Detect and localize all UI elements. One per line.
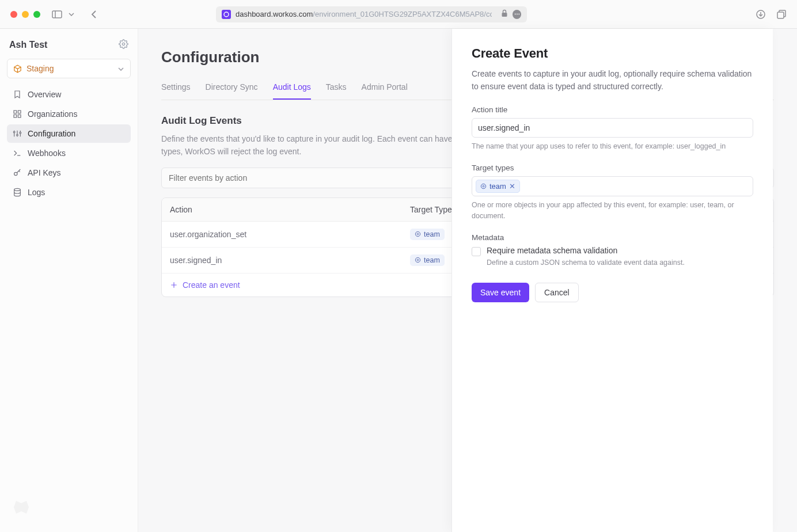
tab-audit-logs[interactable]: Audit Logs — [273, 79, 311, 100]
tab-tasks[interactable]: Tasks — [326, 79, 347, 100]
address-bar[interactable]: dashboard.workos.com/environment_01G0HTS… — [216, 6, 527, 22]
bookmark-icon — [13, 90, 22, 99]
nav-overview[interactable]: Overview — [7, 85, 131, 104]
svg-point-18 — [20, 132, 21, 134]
metadata-label: Metadata — [472, 233, 753, 242]
tab-admin-portal[interactable]: Admin Portal — [362, 79, 408, 100]
remove-chip-icon[interactable]: ✕ — [509, 182, 515, 191]
create-event-label: Create an event — [183, 280, 240, 290]
cell-action: user.signed_in — [170, 256, 410, 265]
save-button[interactable]: Save event — [472, 283, 529, 302]
environment-selector[interactable]: Staging — [7, 59, 131, 78]
svg-rect-11 — [14, 115, 17, 117]
nav-label: Webhooks — [28, 149, 66, 158]
chevron-down-icon — [117, 64, 124, 73]
target-icon — [415, 231, 421, 237]
svg-rect-9 — [14, 111, 17, 113]
cube-icon — [13, 64, 22, 73]
nav-label: Logs — [28, 188, 45, 197]
action-title-label: Action title — [472, 105, 753, 114]
minimize-window-button[interactable] — [22, 11, 29, 18]
grid-icon — [13, 109, 22, 119]
create-event-panel: Create Event Create events to capture in… — [451, 29, 773, 532]
nav-label: Overview — [28, 90, 61, 99]
cell-action: user.organization_set — [170, 230, 410, 239]
target-tag: team — [410, 229, 445, 240]
svg-rect-10 — [18, 111, 21, 113]
lock-icon — [501, 9, 508, 19]
svg-point-17 — [17, 134, 18, 136]
downloads-icon[interactable] — [756, 9, 766, 20]
tab-directory-sync[interactable]: Directory Sync — [206, 79, 258, 100]
cancel-button[interactable]: Cancel — [535, 283, 579, 302]
nav-label: Configuration — [28, 129, 75, 138]
svg-point-20 — [14, 172, 17, 175]
workos-logo — [12, 497, 31, 517]
target-icon — [415, 257, 421, 263]
target-types-input[interactable]: team ✕ — [472, 176, 753, 196]
svg-rect-6 — [777, 12, 784, 18]
metadata-checkbox-label: Require metadata schema validation — [487, 246, 617, 255]
nav-api-keys[interactable]: API Keys — [7, 164, 131, 182]
action-title-help: The name that your app uses to refer to … — [472, 141, 753, 152]
browser-chrome: dashboard.workos.com/environment_01G0HTS… — [0, 0, 797, 29]
th-action: Action — [170, 205, 410, 214]
nav-label: Organizations — [28, 109, 77, 119]
metadata-checkbox-help: Define a custom JSON schema to validate … — [487, 259, 753, 267]
svg-point-24 — [415, 258, 420, 263]
target-tag: team — [410, 254, 445, 266]
svg-rect-12 — [18, 115, 21, 117]
metadata-checkbox[interactable] — [472, 247, 481, 256]
plus-icon — [170, 281, 178, 289]
back-button[interactable] — [89, 9, 99, 20]
close-window-button[interactable] — [10, 11, 17, 18]
tab-settings[interactable]: Settings — [161, 79, 191, 100]
target-types-label: Target types — [472, 164, 753, 172]
page-actions-icon[interactable]: ⋯ — [513, 10, 522, 19]
svg-rect-0 — [52, 11, 62, 18]
url-domain: dashboard.workos.com — [236, 10, 313, 18]
svg-point-25 — [417, 259, 419, 261]
workspace-name: Ash Test — [9, 40, 47, 50]
action-title-input[interactable] — [472, 118, 753, 138]
nav-webhooks[interactable]: Webhooks — [7, 144, 131, 162]
nav-organizations[interactable]: Organizations — [7, 105, 131, 123]
panel-desc: Create events to capture in your audit l… — [472, 68, 753, 93]
database-icon — [13, 188, 22, 197]
chevron-down-icon[interactable] — [68, 9, 75, 20]
terminal-icon — [13, 149, 22, 158]
sliders-icon — [13, 129, 22, 138]
svg-point-29 — [483, 185, 484, 187]
nav-logs[interactable]: Logs — [7, 183, 131, 202]
svg-point-21 — [14, 188, 21, 191]
target-chip: team ✕ — [476, 180, 520, 193]
svg-point-7 — [122, 43, 124, 45]
environment-label: Staging — [26, 64, 54, 73]
nav-configuration[interactable]: Configuration — [7, 124, 131, 143]
svg-point-23 — [417, 233, 419, 235]
url-path: /environment_01G0HTSG29ZP5AXTZX4C6M5AP8/… — [313, 10, 491, 18]
sidebar: Ash Test Staging Overview Organizations — [0, 29, 138, 532]
site-favicon — [222, 10, 231, 19]
tabs-icon[interactable] — [776, 9, 787, 20]
svg-point-22 — [415, 232, 420, 237]
svg-point-2 — [224, 12, 229, 17]
window-controls — [10, 11, 40, 18]
target-icon — [480, 183, 487, 189]
gear-icon[interactable] — [119, 39, 128, 51]
key-icon — [13, 168, 22, 177]
nav-label: API Keys — [28, 168, 61, 177]
panel-title: Create Event — [472, 46, 753, 61]
svg-point-28 — [481, 184, 485, 189]
svg-point-16 — [13, 131, 15, 133]
maximize-window-button[interactable] — [33, 11, 40, 18]
svg-rect-3 — [502, 13, 507, 17]
sidebar-toggle-icon[interactable] — [52, 9, 62, 20]
target-types-help: One or more objects in your app affected… — [472, 200, 753, 222]
